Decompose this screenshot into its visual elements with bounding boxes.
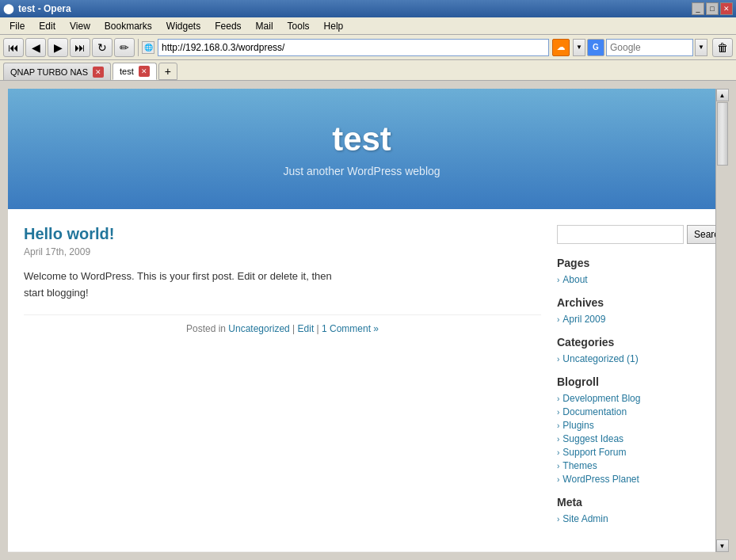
sidebar-item-about: › About xyxy=(557,274,700,285)
arrow-icon: › xyxy=(557,355,559,364)
maximize-button[interactable]: □ xyxy=(706,2,719,15)
trash-button[interactable]: 🗑 xyxy=(712,38,733,57)
tab-qnap-close[interactable]: ✕ xyxy=(93,67,104,78)
back-button[interactable]: ◀ xyxy=(25,38,46,57)
site-title: test xyxy=(24,120,700,158)
sidebar-search-button[interactable]: Search xyxy=(687,225,715,244)
sidebar-pages-section: Pages › About xyxy=(557,257,700,285)
search-dropdown-button[interactable]: ▼ xyxy=(695,39,707,56)
tab-qnap[interactable]: QNAP TURBO NAS ✕ xyxy=(3,63,111,80)
browser-search-input[interactable] xyxy=(606,39,693,56)
edit-button[interactable]: ✏ xyxy=(114,38,135,57)
menu-help[interactable]: Help xyxy=(318,19,350,33)
menu-feeds[interactable]: Feeds xyxy=(208,19,247,33)
april2009-link[interactable]: April 2009 xyxy=(562,314,605,325)
arrow-icon: › xyxy=(557,408,559,417)
wp-main: Hello world! April 17th, 2009 Welcome to… xyxy=(24,225,557,535)
meta-title: Meta xyxy=(557,496,700,509)
scrollbar[interactable]: ▲ ▼ xyxy=(715,89,728,552)
menu-bookmarks[interactable]: Bookmarks xyxy=(98,19,158,33)
arrow-icon: › xyxy=(557,475,559,484)
sidebar-archives-section: Archives › April 2009 xyxy=(557,296,700,325)
post-meta: Posted in Uncategorized | Edit | 1 Comme… xyxy=(24,314,541,334)
sidebar-item-wp-planet: › WordPress Planet xyxy=(557,474,700,485)
sidebar-item-suggest-ideas: › Suggest Ideas xyxy=(557,433,700,444)
archives-title: Archives xyxy=(557,296,700,309)
post-category-link[interactable]: Uncategorized xyxy=(228,323,289,334)
scroll-thumb[interactable] xyxy=(717,102,728,166)
menu-view[interactable]: View xyxy=(63,19,97,33)
rewind-button[interactable]: ⏮ xyxy=(3,38,24,57)
wp-header: test Just another WordPress weblog xyxy=(8,89,715,209)
scroll-down-button[interactable]: ▼ xyxy=(716,539,729,552)
sidebar-blogroll-section: Blogroll › Development Blog › Documentat… xyxy=(557,375,700,485)
fastforward-button[interactable]: ⏭ xyxy=(70,38,90,57)
tab-test-close[interactable]: ✕ xyxy=(139,66,150,77)
address-dropdown-button[interactable]: ▼ xyxy=(573,39,585,56)
post-content: Welcome to WordPress. This is your first… xyxy=(24,269,541,302)
suggest-ideas-link[interactable]: Suggest Ideas xyxy=(562,433,624,444)
sidebar-meta-section: Meta › Site Admin xyxy=(557,496,700,524)
plugins-link[interactable]: Plugins xyxy=(562,420,593,431)
reload-button[interactable]: ↻ xyxy=(92,38,112,57)
tab-test-label: test xyxy=(120,67,134,76)
arrow-icon: › xyxy=(557,448,559,457)
uncategorized-link[interactable]: Uncategorized (1) xyxy=(562,353,638,364)
tab-bar: QNAP TURBO NAS ✕ test ✕ + xyxy=(0,60,736,81)
browser-icon: ⬤ xyxy=(3,3,13,14)
rss-button[interactable]: ☁ xyxy=(552,39,570,56)
sidebar-item-documentation: › Documentation xyxy=(557,406,700,417)
wp-body: Hello world! April 17th, 2009 Welcome to… xyxy=(8,209,715,551)
menu-edit[interactable]: Edit xyxy=(32,19,62,33)
arrow-icon: › xyxy=(557,421,559,430)
menu-file[interactable]: File xyxy=(3,19,31,33)
new-tab-button[interactable]: + xyxy=(158,63,177,80)
sidebar-item-support-forum: › Support Forum xyxy=(557,447,700,458)
posted-in-label: Posted in xyxy=(186,323,226,334)
arrow-icon: › xyxy=(557,315,559,324)
tab-qnap-label: QNAP TURBO NAS xyxy=(10,67,88,77)
about-link[interactable]: About xyxy=(562,274,587,285)
dev-blog-link[interactable]: Development Blog xyxy=(562,393,640,404)
sidebar-item-april2009: › April 2009 xyxy=(557,314,700,325)
arrow-icon: › xyxy=(557,276,559,284)
post-date: April 17th, 2009 xyxy=(24,246,541,257)
menu-mail[interactable]: Mail xyxy=(250,19,280,33)
close-button[interactable]: ✕ xyxy=(720,2,733,15)
address-input[interactable] xyxy=(158,39,549,56)
site-admin-link[interactable]: Site Admin xyxy=(562,513,608,524)
documentation-link[interactable]: Documentation xyxy=(562,406,627,417)
site-tagline: Just another WordPress weblog xyxy=(24,165,700,177)
webpage: test Just another WordPress weblog Hello… xyxy=(8,89,715,552)
support-forum-link[interactable]: Support Forum xyxy=(562,447,626,458)
themes-link[interactable]: Themes xyxy=(562,460,597,471)
search-wrap: G ▼ xyxy=(587,39,707,56)
window-title-bar: ⬤ test - Opera _ □ ✕ xyxy=(0,0,736,17)
scroll-thumb-area[interactable] xyxy=(716,101,728,539)
scroll-up-button[interactable]: ▲ xyxy=(716,89,729,101)
window-controls[interactable]: _ □ ✕ xyxy=(692,2,733,15)
minimize-button[interactable]: _ xyxy=(692,2,704,15)
forward-button[interactable]: ▶ xyxy=(48,38,68,57)
sidebar-categories-section: Categories › Uncategorized (1) xyxy=(557,336,700,364)
post-title: Hello world! xyxy=(24,225,541,243)
comment-link[interactable]: 1 Comment » xyxy=(322,323,379,334)
window-title: ⬤ test - Opera xyxy=(3,3,71,14)
edit-link[interactable]: Edit xyxy=(298,323,315,334)
address-bar-wrap: 🌐 ☁ ▼ xyxy=(142,39,585,56)
menu-tools[interactable]: Tools xyxy=(281,19,316,33)
sidebar-search: Search xyxy=(557,225,700,244)
arrow-icon: › xyxy=(557,394,559,403)
menu-widgets[interactable]: Widgets xyxy=(160,19,207,33)
post-content-line1: Welcome to WordPress. This is your first… xyxy=(24,270,332,282)
post-content-line2: start blogging! xyxy=(24,287,89,299)
sidebar-item-uncategorized: › Uncategorized (1) xyxy=(557,353,700,364)
google-icon[interactable]: G xyxy=(587,39,604,56)
wp-planet-link[interactable]: WordPress Planet xyxy=(562,474,639,485)
tab-test[interactable]: test ✕ xyxy=(112,63,157,80)
wp-sidebar: Search Pages › About Archives › April 20… xyxy=(557,225,700,535)
categories-title: Categories xyxy=(557,336,700,349)
sidebar-search-input[interactable] xyxy=(557,225,684,244)
arrow-icon: › xyxy=(557,435,559,444)
rss-icon: ☁ xyxy=(557,43,565,51)
